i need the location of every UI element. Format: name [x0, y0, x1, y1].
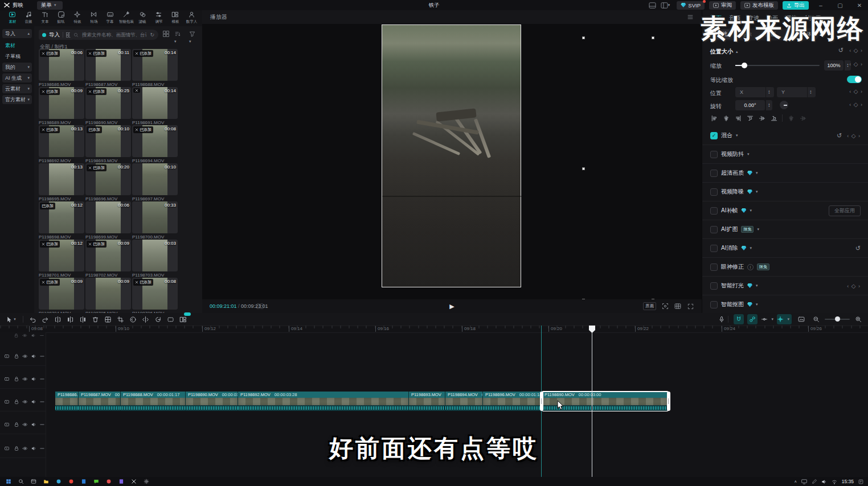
- taskbar-settings[interactable]: [142, 478, 150, 485]
- video-thumbnail[interactable]: 已添加00:09: [39, 87, 84, 119]
- video-thumbnail[interactable]: 已添加00:20: [85, 163, 131, 195]
- tool-split[interactable]: [52, 314, 63, 324]
- workspace-layout-icon[interactable]: ▾: [661, 2, 673, 9]
- ribbon-tool-adjust[interactable]: 调节: [150, 11, 167, 26]
- sidebar-item-0[interactable]: 导入▴: [2, 29, 32, 38]
- sidebar-item-3[interactable]: 我的▾: [2, 63, 32, 72]
- ribbon-tool-media[interactable]: 素材: [4, 11, 21, 26]
- tray-expand-icon[interactable]: ˄: [795, 480, 797, 484]
- effect-checkbox[interactable]: [710, 301, 718, 308]
- track0-more[interactable]: [39, 353, 45, 359]
- chevron-down-icon[interactable]: ▾: [750, 246, 752, 250]
- video-thumbnail[interactable]: 00:09: [85, 278, 131, 310]
- rotate-value[interactable]: 0.00°: [735, 100, 765, 110]
- tool-zoom-out[interactable]: [811, 314, 821, 324]
- chevron-down-icon[interactable]: ▾: [750, 208, 752, 213]
- tool-crop[interactable]: [115, 314, 125, 324]
- media-item[interactable]: 已添加00:08P1198694.MOV: [132, 125, 178, 163]
- video-thumbnail[interactable]: 00:13: [39, 163, 84, 195]
- media-item[interactable]: 00:10P1198697.MOV: [132, 163, 178, 201]
- video-thumbnail[interactable]: 已添加00:12: [39, 201, 84, 233]
- review-button[interactable]: 审阅: [709, 1, 736, 10]
- align-cy-icon[interactable]: [757, 114, 767, 122]
- effect-checkbox[interactable]: ✓: [710, 132, 718, 139]
- track1-more[interactable]: [39, 376, 45, 382]
- sidebar-item-2[interactable]: 子草稿: [2, 52, 32, 61]
- tool-split-right[interactable]: [77, 314, 88, 324]
- fullscreen-icon[interactable]: [687, 303, 694, 310]
- effect-checkbox[interactable]: [710, 263, 718, 271]
- keyframe-control[interactable]: ‹ ◇ ›: [847, 283, 861, 289]
- tool-delete[interactable]: [90, 314, 100, 324]
- timeline-zoom-slider[interactable]: [825, 319, 850, 320]
- tool-undo[interactable]: [27, 314, 38, 324]
- tool-split-left[interactable]: [65, 314, 75, 324]
- tool-magnet[interactable]: [734, 314, 744, 324]
- track2-lock[interactable]: [13, 398, 19, 405]
- scale-keyframe[interactable]: ‹ ◇ ›: [849, 61, 863, 67]
- media-item[interactable]: 已添加00:12P1198701.MOV: [39, 240, 84, 278]
- media-item[interactable]: 00:06P1198699.MOV: [85, 201, 131, 240]
- tool-snap[interactable]: ▾: [777, 314, 792, 324]
- timeline-clip[interactable]: P1198694.MOV00:: [445, 392, 483, 411]
- media-item[interactable]: 已添加00:14P1198688.MOV: [132, 49, 178, 87]
- y-stepper[interactable]: ▴▾: [807, 87, 814, 97]
- taskbar-explorer[interactable]: [42, 478, 50, 485]
- ribbon-tool-transition[interactable]: 转场: [85, 11, 102, 26]
- tool-mirror[interactable]: [140, 314, 150, 324]
- chevron-down-icon[interactable]: ▾: [756, 171, 758, 175]
- media-item[interactable]: 00:03P1198703.MOV: [132, 240, 178, 278]
- ribbon-tool-smart-pack[interactable]: 智能包装: [118, 11, 134, 26]
- uniform-scale-toggle[interactable]: [847, 76, 862, 83]
- timeline-clip[interactable]: P1198687.MOV00:00:0: [79, 392, 121, 411]
- tool-freeze[interactable]: [103, 314, 113, 324]
- ribbon-tool-effects[interactable]: 特效: [69, 11, 85, 26]
- keyframe-control[interactable]: ‹ ◇ ›: [847, 133, 861, 139]
- ribbon-tool-sticker[interactable]: 贴纸: [53, 11, 69, 26]
- distribute-icon[interactable]: [798, 114, 808, 122]
- export-button[interactable]: 导出: [783, 1, 809, 10]
- taskbar-chrome[interactable]: [67, 478, 75, 485]
- position-keyframe[interactable]: ‹ ◇ ›: [849, 88, 863, 94]
- chevron-down-icon[interactable]: ▾: [736, 133, 738, 138]
- align-r-icon[interactable]: [733, 114, 743, 122]
- tool-cursor[interactable]: ▾: [5, 314, 19, 324]
- video-thumbnail[interactable]: 已添加00:12: [39, 240, 84, 271]
- player-menu-icon[interactable]: [687, 14, 694, 20]
- media-item[interactable]: 已添加00:20P1198696.MOV: [85, 163, 131, 201]
- media-item[interactable]: 已添加00:09P1198702.MOV: [85, 240, 131, 278]
- timeline-clip[interactable]: P1198686.M: [55, 392, 79, 411]
- taskbar-start[interactable]: [5, 478, 13, 485]
- tool-rotate[interactable]: [153, 314, 163, 324]
- media-item[interactable]: 已添加00:11P1198687.MOV: [85, 49, 131, 87]
- video-thumbnail[interactable]: 已添加00:11: [85, 49, 131, 81]
- media-item[interactable]: 已添加00:13P1198692.MOV: [39, 125, 84, 163]
- effect-checkbox[interactable]: [710, 170, 718, 177]
- video-thumbnail[interactable]: 已添加00:09: [85, 240, 131, 271]
- track0-eye[interactable]: [22, 353, 28, 359]
- chevron-down-icon[interactable]: ▾: [757, 227, 759, 232]
- notification-center-icon[interactable]: [858, 479, 863, 484]
- ratio-grid-icon[interactable]: [674, 303, 681, 310]
- tool-redo[interactable]: [40, 314, 50, 324]
- video-thumbnail[interactable]: 已添加00:10: [85, 125, 131, 157]
- timeline-ruler[interactable]: 09:0809:1009:1209:1409:1609:1809:2009:22…: [0, 326, 868, 333]
- track0-lock[interactable]: [13, 353, 19, 359]
- ribbon-tool-audio[interactable]: 音频: [21, 11, 37, 26]
- video-thumbnail[interactable]: 00:14: [132, 87, 178, 119]
- media-item[interactable]: 已添加00:08P1198706.MOV: [132, 278, 178, 313]
- preview-zoom-icon[interactable]: [662, 303, 669, 310]
- layout-panel-icon[interactable]: [649, 2, 656, 9]
- track2-eye[interactable]: [22, 398, 28, 405]
- ribbon-tool-template[interactable]: 模板: [167, 11, 183, 26]
- effect-checkbox[interactable]: [710, 207, 718, 215]
- tool-mic[interactable]: [716, 314, 727, 324]
- media-item[interactable]: 已添加00:25P1198690.MOV: [85, 87, 131, 125]
- timeline-clip[interactable]: P1198693.MOV00:: [409, 392, 445, 411]
- display-icon[interactable]: [801, 479, 807, 484]
- taskbar-taskview[interactable]: [30, 478, 38, 485]
- timeline-zoom-knob[interactable]: [835, 316, 840, 322]
- tool-preview-axis[interactable]: ▾: [761, 314, 776, 324]
- play-button[interactable]: ▶: [449, 303, 454, 310]
- sort-icon[interactable]: ▾: [174, 31, 181, 44]
